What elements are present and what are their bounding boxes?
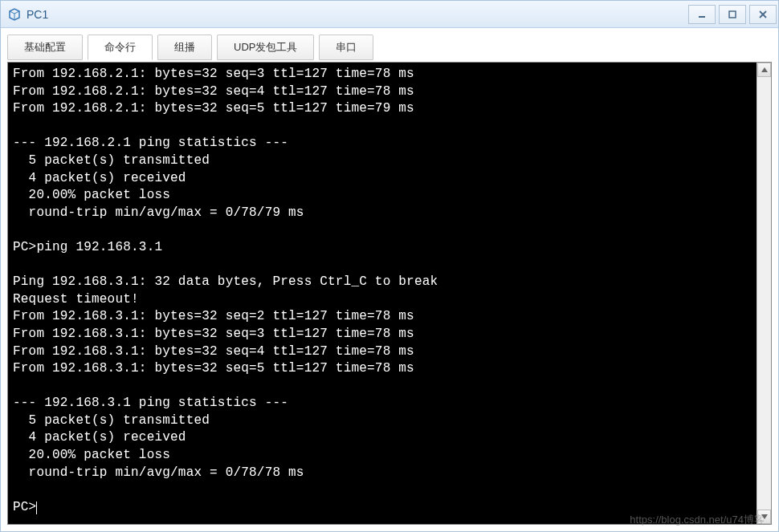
terminal-line: --- 192.168.2.1 ping statistics --- (13, 135, 752, 152)
scroll-down-button[interactable] (757, 510, 771, 524)
terminal-output[interactable]: From 192.168.2.1: bytes=32 seq=3 ttl=127… (8, 63, 757, 524)
tab-udp-sender[interactable]: UDP发包工具 (217, 35, 314, 60)
svg-rect-1 (729, 11, 736, 18)
tab-serial[interactable]: 串口 (319, 35, 373, 60)
scroll-up-button[interactable] (757, 63, 771, 77)
terminal-line: From 192.168.2.1: bytes=32 seq=4 ttl=127… (13, 83, 752, 101)
terminal-line: Ping 192.168.3.1: 32 data bytes, Press C… (13, 274, 752, 291)
terminal-line (13, 221, 752, 239)
terminal-line: 4 packet(s) received (13, 170, 752, 188)
terminal-line: --- 192.168.3.1 ping statistics --- (13, 395, 752, 412)
terminal-line: 5 packet(s) transmitted (13, 412, 752, 430)
close-button[interactable] (749, 5, 777, 24)
app-window: PC1 基础配置 命令行 组播 UDP发包工具 串口 From 192.168.… (0, 0, 779, 532)
titlebar: PC1 (1, 1, 778, 28)
window-controls (688, 5, 777, 24)
terminal-line (13, 378, 752, 396)
scroll-track[interactable] (757, 77, 771, 510)
terminal-line: round-trip min/avg/max = 0/78/79 ms (13, 205, 752, 222)
terminal-line (13, 481, 752, 499)
terminal-line: Request timeout! (13, 291, 752, 309)
terminal-line: From 192.168.2.1: bytes=32 seq=5 ttl=127… (13, 100, 752, 118)
terminal-line: 20.00% packet loss (13, 447, 752, 465)
terminal-line: From 192.168.3.1: bytes=32 seq=4 ttl=127… (13, 343, 752, 361)
tab-command-line[interactable]: 命令行 (88, 35, 153, 60)
terminal-prompt[interactable]: PC> (13, 499, 37, 517)
terminal-line: From 192.168.3.1: bytes=32 seq=2 ttl=127… (13, 308, 752, 326)
tab-bar: 基础配置 命令行 组播 UDP发包工具 串口 (7, 35, 772, 60)
app-icon (7, 7, 22, 22)
terminal-line (13, 257, 752, 274)
window-title: PC1 (27, 8, 688, 21)
terminal-line: From 192.168.3.1: bytes=32 seq=5 ttl=127… (13, 360, 752, 378)
terminal-line: From 192.168.2.1: bytes=32 seq=3 ttl=127… (13, 66, 752, 83)
terminal-line: 5 packet(s) transmitted (13, 152, 752, 170)
terminal-line: From 192.168.3.1: bytes=32 seq=3 ttl=127… (13, 326, 752, 343)
content-area: 基础配置 命令行 组播 UDP发包工具 串口 From 192.168.2.1:… (1, 28, 778, 531)
minimize-button[interactable] (688, 5, 716, 24)
maximize-button[interactable] (719, 5, 746, 24)
terminal-line: round-trip min/avg/max = 0/78/78 ms (13, 465, 752, 482)
terminal-line: 4 packet(s) received (13, 429, 752, 447)
scrollbar[interactable] (757, 63, 771, 524)
tab-basic-config[interactable]: 基础配置 (7, 35, 83, 60)
terminal-line: 20.00% packet loss (13, 187, 752, 205)
tab-multicast[interactable]: 组播 (157, 35, 212, 60)
terminal-container: From 192.168.2.1: bytes=32 seq=3 ttl=127… (7, 62, 772, 525)
terminal-line (13, 118, 752, 136)
terminal-line: PC>ping 192.168.3.1 (13, 239, 752, 257)
